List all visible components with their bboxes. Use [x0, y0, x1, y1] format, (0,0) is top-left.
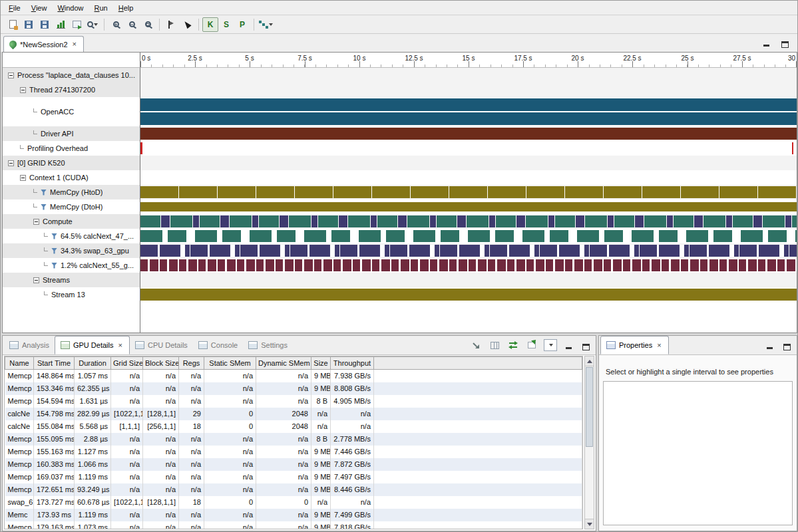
maximize-button[interactable] — [781, 340, 793, 350]
tab-analysis[interactable]: Analysis — [4, 336, 55, 354]
collapse-expander-icon[interactable] — [8, 160, 14, 166]
streams-lane[interactable] — [140, 273, 797, 287]
table-row[interactable]: swap_6173.727 ms60.678 µs[1022,1,1][128,… — [5, 496, 582, 509]
gpu-lane[interactable] — [140, 156, 797, 170]
timeline-row-context-1[interactable]: Context 1 (CUDA) — [3, 170, 797, 185]
pc-toggle-button[interactable]: P — [234, 17, 250, 32]
stream-13-lane[interactable] — [140, 287, 797, 302]
filter-icon[interactable] — [51, 263, 57, 269]
zoom-in-button[interactable] — [108, 17, 124, 32]
table-row[interactable]: Memcp155.163 ms1.127 msn/an/an/an/an/a9 … — [5, 446, 582, 458]
column-header[interactable]: Regs — [179, 357, 204, 370]
compute-bar[interactable] — [140, 215, 797, 227]
menu-file[interactable]: File — [3, 2, 26, 14]
menu-window[interactable]: Window — [52, 2, 89, 14]
context-lane[interactable] — [140, 170, 797, 185]
refresh-button[interactable] — [506, 339, 520, 351]
menu-view[interactable]: View — [26, 2, 53, 14]
driver-api-lane[interactable] — [140, 126, 797, 141]
select-mode-button[interactable] — [179, 17, 195, 32]
column-header[interactable]: Name — [5, 357, 34, 370]
collapse-expander-icon[interactable] — [8, 72, 14, 78]
swap-63-bar[interactable] — [140, 245, 797, 257]
scroll-down-button[interactable] — [585, 519, 594, 529]
timeline-row-stream-13[interactable]: Stream 13 — [3, 287, 797, 302]
tab-gpu-details[interactable]: GPU Details × — [55, 336, 130, 354]
openacc-lane[interactable] — [140, 97, 797, 126]
collapse-expander-icon[interactable] — [20, 87, 26, 93]
scroll-up-button[interactable] — [585, 356, 594, 366]
column-header[interactable]: Static SMem — [204, 357, 256, 370]
timeline-row-grid-k520[interactable]: [0] GRID K520 — [3, 156, 797, 170]
table-row[interactable]: Memcp148.864 ms1.057 msn/an/an/an/an/a9 … — [5, 370, 582, 382]
column-header[interactable]: Grid Size — [111, 357, 143, 370]
memcpy-dtoh-bar[interactable] — [140, 202, 797, 211]
memcpy-dtoh-lane[interactable] — [140, 200, 797, 214]
timeline-row-swap-63[interactable]: 34.3% swap_63_gpu — [3, 243, 797, 258]
column-header[interactable]: Block Size — [143, 357, 179, 370]
kernel-toggle-button[interactable]: K — [202, 17, 218, 32]
calcnext-47-bar[interactable] — [140, 230, 797, 242]
table-row[interactable]: calcNe155.084 ms5.568 µs[1,1,1][256,1,1]… — [5, 420, 582, 433]
close-icon[interactable]: × — [71, 40, 78, 49]
filter-icon[interactable] — [41, 190, 47, 196]
timeline-row-calcnext-47[interactable]: 64.5% calcNext_47_... — [3, 229, 797, 243]
scrollbar-thumb[interactable] — [586, 367, 593, 447]
compare-button[interactable] — [69, 17, 85, 32]
chart-button[interactable] — [53, 17, 69, 32]
columns-button[interactable] — [488, 339, 501, 351]
collapse-expander-icon[interactable] — [33, 277, 39, 283]
table-row[interactable]: Memcp169.037 ms1.119 msn/an/an/an/an/a9 … — [5, 471, 582, 483]
calcnext-55-bar[interactable] — [140, 259, 797, 271]
menu-help[interactable]: Help — [113, 2, 139, 14]
tab-properties[interactable]: Properties × — [600, 336, 669, 354]
memcpy-htod-lane[interactable] — [140, 185, 797, 200]
select-kernel-button[interactable] — [469, 339, 483, 351]
analysis-button[interactable] — [258, 17, 274, 32]
table-row[interactable]: Memcp154.594 ms1.631 µsn/an/an/an/an/a8 … — [5, 395, 582, 408]
zoom-fit-button[interactable] — [140, 17, 156, 32]
table-row[interactable]: Memcp160.383 ms1.066 msn/an/an/an/an/a9 … — [5, 458, 582, 471]
table-row[interactable]: Memcp153.346 ms62.355 µsn/an/an/an/an/a9… — [5, 382, 582, 395]
collapse-expander-icon[interactable] — [20, 175, 26, 181]
timeline-row-profiling-overhead[interactable]: Profiling Overhead — [3, 141, 797, 156]
column-header[interactable]: Size — [311, 357, 331, 370]
source-toggle-button[interactable]: S — [218, 17, 234, 32]
swap-63-lane[interactable] — [140, 243, 797, 258]
collapse-expander-icon[interactable] — [33, 219, 39, 225]
tab-console[interactable]: Console — [193, 336, 243, 354]
table-row[interactable]: Memcp172.651 ms93.249 µsn/an/an/an/an/a9… — [5, 483, 582, 496]
session-tab[interactable]: *NewSession2 × — [3, 36, 84, 52]
view-menu-button[interactable] — [544, 339, 557, 351]
search-button[interactable] — [85, 17, 100, 32]
save-button[interactable] — [21, 17, 37, 32]
column-header[interactable]: Start Time — [34, 357, 75, 370]
new-session-button[interactable] — [5, 17, 21, 32]
table-row[interactable]: Memcp179.163 ms1.073 msn/an/an/an/an/a9 … — [5, 521, 582, 530]
timeline-row-driver-api[interactable]: Driver API — [3, 126, 797, 141]
column-header[interactable]: Dynamic SMem — [256, 357, 311, 370]
maximize-button[interactable] — [580, 340, 592, 350]
timeline-row-streams[interactable]: Streams — [3, 273, 797, 287]
table-row[interactable]: calcNe154.798 ms282.99 µs[1022,1,1][128,… — [5, 408, 582, 420]
minimize-button[interactable] — [763, 340, 775, 350]
timeline-row-process[interactable]: Process "laplace_data_clauses 10... — [3, 68, 797, 82]
timeline-ruler[interactable]: 0 s 2.5 s 5 s 7.5 s 10 s 12.5 s 15 s 17.… — [140, 53, 797, 68]
table-row[interactable]: Memcp155.095 ms2.88 µsn/an/an/an/an/a8 B… — [5, 433, 582, 446]
minimize-button[interactable] — [562, 340, 574, 350]
table-scrollbar[interactable] — [584, 356, 594, 529]
calcnext-55-lane[interactable] — [140, 258, 797, 273]
table-row[interactable]: Memc173.93 ms1.119 msn/an/an/an/an/a9 MB… — [5, 509, 582, 521]
close-icon[interactable]: × — [656, 341, 662, 350]
save-report-button[interactable] — [37, 17, 53, 32]
timeline-row-memcpy-htod[interactable]: MemCpy (HtoD) — [3, 185, 797, 200]
column-header[interactable]: Duration — [75, 357, 111, 370]
process-lane[interactable] — [140, 68, 797, 82]
timeline-row-thread[interactable]: Thread 2741307200 — [3, 82, 797, 97]
timeline-row-compute[interactable]: Compute — [3, 214, 797, 229]
maximize-button[interactable] — [779, 38, 791, 48]
timeline-row-openacc[interactable]: OpenACC — [3, 97, 797, 126]
filter-icon[interactable] — [51, 233, 57, 239]
tab-cpu-details[interactable]: CPU Details — [130, 336, 193, 354]
marker-button[interactable] — [163, 17, 179, 32]
